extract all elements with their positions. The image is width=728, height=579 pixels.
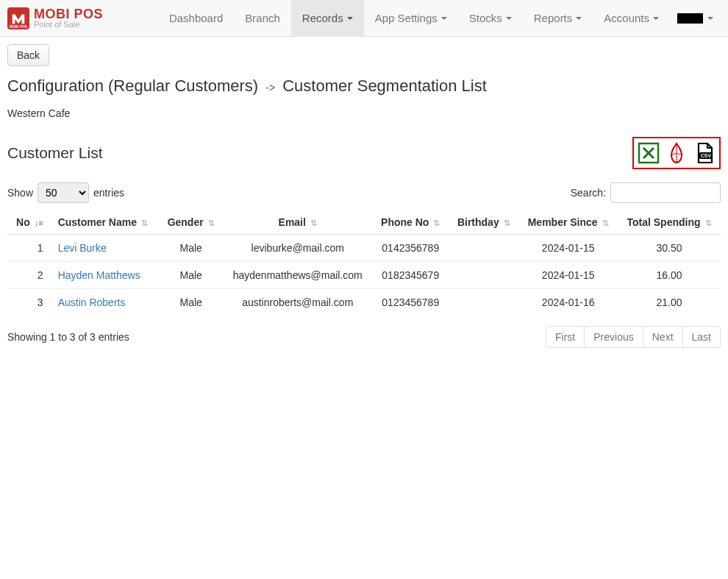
brand-line1: MOBI POS <box>34 7 103 21</box>
cell-customer-name: Austin Roberts <box>51 289 160 316</box>
cell-gender: Male <box>159 262 223 289</box>
sort-icon: ⇅ <box>602 219 609 227</box>
nav-app-settings[interactable]: App Settings <box>364 0 458 36</box>
table-row: 3Austin RobertsMaleaustinroberts@mail.co… <box>7 289 721 316</box>
breadcrumb-current: Customer Segmentation List <box>282 77 487 95</box>
list-title: Customer List <box>7 144 103 162</box>
sort-icon: ⇅ <box>141 219 148 227</box>
brand-line2: Point of Sale <box>34 21 103 29</box>
page-first[interactable]: First <box>546 326 585 348</box>
customer-link[interactable]: Austin Roberts <box>58 296 126 308</box>
search-box: Search: <box>571 182 721 203</box>
sort-icon: ⇅ <box>208 219 215 227</box>
breadcrumb-parent: Configuration (Regular Customers) <box>7 77 258 95</box>
nav-branch[interactable]: Branch <box>234 0 291 36</box>
cell-birthday <box>449 262 518 289</box>
brand-logo-icon: MOBI POS <box>7 7 29 29</box>
chevron-down-icon <box>441 17 447 20</box>
chevron-down-icon <box>653 17 659 20</box>
sort-icon: ⇅ <box>310 219 317 227</box>
nav-items: Dashboard Branch Records App Settings St… <box>158 0 721 36</box>
export-csv-button[interactable]: CSV <box>692 141 717 166</box>
cell-no: 1 <box>7 235 51 262</box>
cell-member-since: 2024-01-16 <box>518 289 618 316</box>
table-row: 1Levi BurkeMaleleviburke@mail.com0142356… <box>7 235 721 262</box>
show-label: Show <box>7 187 33 199</box>
page-next[interactable]: Next <box>643 326 683 348</box>
col-customer-name[interactable]: Customer Name⇅ <box>51 210 160 235</box>
cell-email: leviburke@mail.com <box>223 235 372 262</box>
page-previous[interactable]: Previous <box>584 326 643 348</box>
cell-phone: 0123456789 <box>372 289 449 316</box>
cell-birthday <box>449 289 518 316</box>
show-entries: Show 50 entries <box>7 182 124 203</box>
customer-link[interactable]: Levi Burke <box>58 242 107 254</box>
breadcrumb: Configuration (Regular Customers) -> Cus… <box>7 77 721 96</box>
chevron-down-icon <box>576 17 582 20</box>
cell-total-spending: 16.00 <box>618 262 721 289</box>
search-input[interactable] <box>610 182 721 203</box>
cell-no: 3 <box>7 289 51 316</box>
brand-text: MOBI POS Point of Sale <box>34 7 103 29</box>
chevron-down-icon <box>347 17 353 20</box>
cell-customer-name: Levi Burke <box>51 235 160 262</box>
sort-icon: ⇅ <box>433 219 440 227</box>
export-pdf-button[interactable] <box>664 141 689 166</box>
sort-asc-icon: ↓≡ <box>35 219 43 227</box>
nav-dashboard[interactable]: Dashboard <box>158 0 234 36</box>
cell-total-spending: 30.50 <box>618 235 721 262</box>
cell-birthday <box>449 235 518 262</box>
export-block: CSV <box>632 137 721 169</box>
brand[interactable]: MOBI POS MOBI POS Point of Sale <box>7 7 103 29</box>
col-phone-no[interactable]: Phone No⇅ <box>372 210 449 235</box>
cell-member-since: 2024-01-15 <box>518 235 618 262</box>
cell-customer-name: Hayden Matthews <box>51 262 160 289</box>
back-button[interactable]: Back <box>7 44 49 66</box>
sort-icon: ⇅ <box>504 219 510 227</box>
pagination: First Previous Next Last <box>546 326 721 348</box>
col-total-spending[interactable]: Total Spending⇅ <box>618 210 721 235</box>
user-name-redacted <box>677 13 703 24</box>
customer-link[interactable]: Hayden Matthews <box>58 269 140 281</box>
entries-label: entries <box>93 187 124 199</box>
chevron-down-icon <box>707 17 713 20</box>
cell-member-since: 2024-01-15 <box>518 262 618 289</box>
col-birthday[interactable]: Birthday⇅ <box>449 210 518 235</box>
cell-email: haydenmatthews@mail.com <box>223 262 372 289</box>
col-gender[interactable]: Gender⇅ <box>159 210 223 235</box>
cell-gender: Male <box>159 289 223 316</box>
customer-table: No↓≡ Customer Name⇅ Gender⇅ Email⇅ Phone… <box>7 210 721 316</box>
nav-records[interactable]: Records <box>291 0 364 36</box>
table-info: Showing 1 to 3 of 3 entries <box>7 331 129 343</box>
cell-no: 2 <box>7 262 51 289</box>
breadcrumb-arrow-icon: -> <box>265 82 275 93</box>
nav-stocks[interactable]: Stocks <box>458 0 523 36</box>
export-excel-button[interactable] <box>636 141 661 166</box>
sort-icon: ⇅ <box>705 219 712 227</box>
chevron-down-icon <box>506 17 512 20</box>
cell-email: austinroberts@mail.com <box>223 289 372 316</box>
nav-user-menu[interactable] <box>670 0 721 36</box>
cell-phone: 0142356789 <box>372 235 449 262</box>
search-label: Search: <box>571 187 606 199</box>
col-member-since[interactable]: Member Since⇅ <box>518 210 618 235</box>
navbar: MOBI POS MOBI POS Point of Sale Dashboar… <box>0 0 728 37</box>
col-email[interactable]: Email⇅ <box>223 210 372 235</box>
cell-gender: Male <box>159 235 223 262</box>
table-row: 2Hayden MatthewsMalehaydenmatthews@mail.… <box>7 262 721 289</box>
page-last[interactable]: Last <box>682 326 721 348</box>
col-no[interactable]: No↓≡ <box>7 210 51 235</box>
cell-phone: 0182345679 <box>372 262 449 289</box>
svg-text:CSV: CSV <box>701 153 712 158</box>
cell-total-spending: 21.00 <box>618 289 721 316</box>
store-name: Western Cafe <box>7 107 721 119</box>
nav-accounts[interactable]: Accounts <box>593 0 670 36</box>
nav-reports[interactable]: Reports <box>523 0 593 36</box>
entries-select[interactable]: 50 <box>38 182 89 203</box>
